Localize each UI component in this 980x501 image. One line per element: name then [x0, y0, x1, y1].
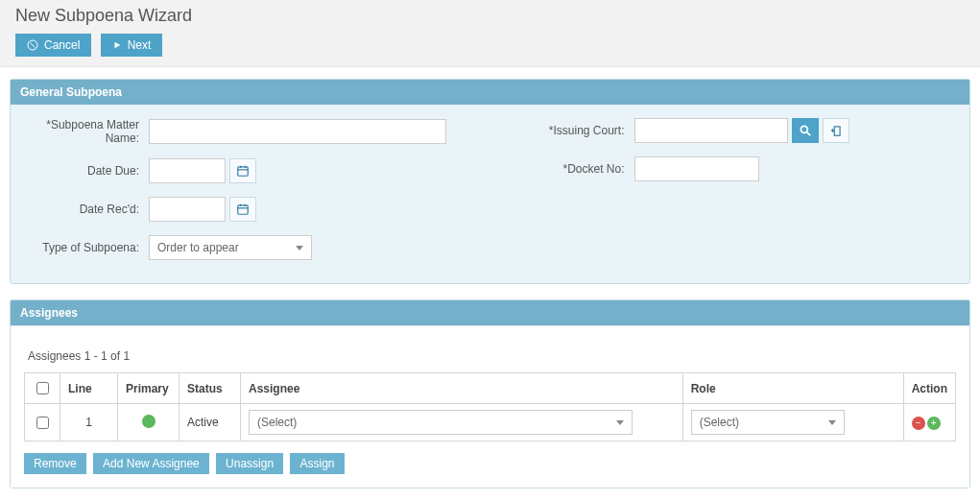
- svg-rect-7: [238, 205, 249, 214]
- cancel-icon: [27, 39, 38, 51]
- issuing-court-label: *Issuing Court:: [519, 124, 634, 137]
- general-panel-header: General Subpoena: [11, 80, 969, 105]
- svg-line-12: [806, 132, 810, 136]
- unassign-button[interactable]: Unassign: [216, 453, 283, 474]
- add-new-assignee-button[interactable]: Add New Assignee: [93, 453, 209, 474]
- row-checkbox[interactable]: [36, 417, 49, 429]
- date-due-label: Date Due:: [24, 164, 149, 178]
- select-all-checkbox[interactable]: [36, 382, 49, 394]
- svg-rect-3: [238, 167, 249, 176]
- issuing-court-input[interactable]: [634, 118, 788, 143]
- docket-no-label: *Docket No:: [519, 162, 634, 176]
- issuing-court-assoc-button[interactable]: [823, 118, 849, 143]
- matter-name-input[interactable]: [149, 119, 446, 144]
- svg-marker-2: [114, 42, 120, 49]
- assignee-value: (Select): [257, 416, 297, 429]
- general-panel: General Subpoena *Subpoena Matter Name: …: [10, 79, 970, 284]
- cancel-label: Cancel: [44, 38, 80, 52]
- general-left-col: *Subpoena Matter Name: Date Due: Date Re…: [24, 118, 462, 260]
- cancel-button[interactable]: Cancel: [15, 34, 91, 57]
- svg-point-11: [801, 126, 807, 132]
- header-bar: New Subpoena Wizard Cancel Next: [0, 0, 980, 67]
- calendar-icon: [236, 164, 250, 178]
- date-due-input[interactable]: [149, 158, 226, 183]
- chevron-down-icon: [616, 420, 624, 425]
- assignees-panel: Assignees Assignees 1 - 1 of 1 Line Prim…: [10, 299, 970, 489]
- col-role: Role: [682, 373, 903, 404]
- role-select[interactable]: (Select): [691, 410, 845, 435]
- assignees-count: Assignees 1 - 1 of 1: [24, 340, 956, 372]
- assignee-select[interactable]: (Select): [249, 410, 633, 435]
- date-recd-label: Date Rec'd:: [24, 203, 149, 216]
- role-value: (Select): [700, 416, 739, 429]
- col-action: Action: [903, 373, 955, 404]
- type-value: Order to appear: [157, 241, 239, 254]
- add-row-icon[interactable]: +: [927, 417, 941, 430]
- chevron-down-icon: [296, 246, 303, 250]
- date-recd-input[interactable]: [149, 197, 226, 222]
- type-label: Type of Subpoena:: [24, 241, 149, 254]
- table-row: 1 Active (Select) (Select): [25, 404, 956, 441]
- play-icon: [112, 39, 122, 51]
- chevron-down-icon: [828, 420, 836, 425]
- assignees-panel-header: Assignees: [11, 300, 969, 325]
- svg-line-1: [31, 43, 36, 48]
- assignees-button-row: Remove Add New Assignee Unassign Assign: [24, 453, 956, 474]
- col-line: Line: [60, 373, 118, 404]
- remove-row-icon[interactable]: −: [912, 417, 925, 430]
- type-select[interactable]: Order to appear: [149, 235, 312, 260]
- remove-button[interactable]: Remove: [24, 453, 86, 474]
- col-assignee: Assignee: [241, 373, 683, 404]
- primary-check-icon: [142, 415, 155, 428]
- col-status: Status: [179, 373, 241, 404]
- assignees-table: Line Primary Status Assignee Role Action…: [24, 372, 956, 441]
- building-add-icon: [829, 124, 843, 137]
- page-title: New Subpoena Wizard: [15, 6, 965, 26]
- assign-button[interactable]: Assign: [290, 453, 344, 474]
- next-button[interactable]: Next: [101, 34, 163, 57]
- date-due-picker-button[interactable]: [229, 158, 256, 183]
- matter-name-label: *Subpoena Matter Name:: [24, 118, 149, 145]
- row-status: Active: [179, 404, 241, 441]
- table-header-row: Line Primary Status Assignee Role Action: [25, 373, 956, 404]
- svg-rect-13: [834, 127, 840, 135]
- search-icon: [799, 124, 812, 137]
- docket-no-input[interactable]: [634, 156, 759, 181]
- date-recd-picker-button[interactable]: [229, 197, 256, 222]
- next-label: Next: [128, 38, 152, 52]
- col-primary: Primary: [118, 373, 179, 404]
- issuing-court-lookup-button[interactable]: [792, 118, 819, 143]
- general-right-col: *Issuing Court: *Docket No:: [519, 118, 957, 260]
- calendar-icon: [236, 203, 250, 216]
- row-line: 1: [60, 404, 118, 441]
